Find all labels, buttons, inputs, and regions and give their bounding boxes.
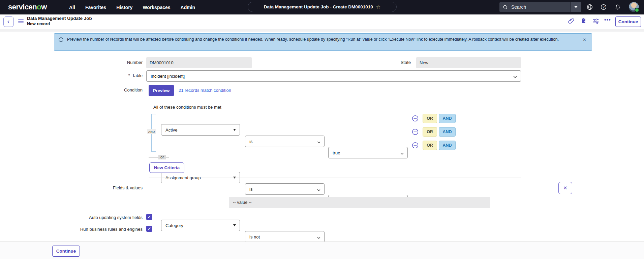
or-button[interactable]: OR (423, 127, 437, 137)
search-icon (499, 5, 511, 10)
condition-group-header: All of these conditions must be met (153, 105, 221, 110)
mandatory-asterisk-icon: * (128, 73, 130, 78)
condition-operator-select[interactable]: is not (245, 231, 325, 243)
divider (149, 178, 521, 178)
divider (149, 100, 521, 100)
table-label: *Table (34, 73, 143, 78)
remove-condition-icon[interactable] (412, 115, 419, 123)
logo-green-o: o (37, 3, 41, 11)
chevron-down-icon (317, 235, 320, 240)
run-business-rules-checkbox[interactable] (146, 226, 152, 232)
state-label: State (371, 60, 411, 65)
records-match-link[interactable]: 21 records match condition (179, 88, 231, 93)
chevron-down-icon (400, 151, 404, 156)
context-menu-icon[interactable] (18, 19, 24, 25)
or-divider-badge: or (158, 155, 166, 159)
condition-label: Condition (34, 87, 143, 92)
delete-field-row-button[interactable]: ✕ (558, 182, 572, 194)
dropdown-triangle-icon (233, 129, 236, 132)
banner-text: Preview the number of records that will … (67, 37, 559, 42)
servicenow-logo[interactable]: servicenow (8, 3, 47, 11)
nav-item-workspaces[interactable]: Workspaces (143, 5, 170, 10)
remove-condition-icon[interactable] (412, 128, 419, 137)
chevron-down-icon (317, 187, 320, 192)
condition-operator-select[interactable]: is (245, 136, 325, 147)
dropdown-triangle-icon (233, 224, 236, 228)
user-avatar[interactable] (629, 2, 639, 12)
run-business-rules-label: Run business rules and engines (34, 227, 143, 232)
number-label: Number (34, 60, 143, 65)
and-button[interactable]: AND (439, 127, 456, 137)
condition-field-select[interactable]: Category (161, 220, 240, 231)
dropdown-triangle-icon (233, 177, 236, 180)
chevron-down-icon (574, 6, 578, 10)
preview-button[interactable]: Preview (149, 85, 174, 96)
continue-button-footer[interactable]: Continue (52, 246, 80, 257)
attachment-paperclip-icon[interactable] (568, 17, 575, 26)
search-scope-caret[interactable] (570, 2, 581, 12)
personalize-sliders-icon[interactable] (592, 18, 599, 26)
auto-updating-checkbox[interactable] (146, 214, 152, 220)
condition-value-select[interactable]: true (328, 147, 408, 158)
presence-status-dot (635, 8, 639, 12)
condition-bracket-stub-bottom (151, 151, 156, 152)
nav-item-admin[interactable]: Admin (181, 5, 195, 10)
info-icon (58, 37, 64, 44)
back-button[interactable] (3, 16, 14, 27)
new-criteria-button[interactable]: New Criteria (149, 162, 184, 173)
record-header-toolbar (0, 14, 644, 29)
page-subtitle: New record (27, 21, 92, 27)
favorite-star-icon[interactable]: ☆ (376, 4, 380, 10)
help-icon[interactable]: ? (600, 4, 607, 10)
form-footer (0, 242, 644, 259)
current-record-pill[interactable]: Data Management Update Job - Create DM00… (248, 2, 397, 12)
continue-button-header[interactable]: Continue (615, 16, 641, 27)
nav-item-all[interactable]: All (69, 5, 75, 10)
more-actions-icon[interactable]: ••• (604, 17, 611, 23)
value-placeholder-field: -- value -- (229, 197, 490, 208)
condition-bracket-stub-top (151, 114, 156, 114)
info-banner: Preview the number of records that will … (54, 33, 592, 51)
nav-item-history[interactable]: History (116, 5, 132, 10)
top-nav: servicenow All Favorites History Workspa… (0, 0, 644, 14)
table-select[interactable]: Incident [incident] (146, 70, 521, 82)
or-button[interactable]: OR (423, 114, 437, 123)
notifications-bell-icon[interactable] (614, 4, 621, 10)
condition-joiner-badge: AND (147, 129, 156, 134)
templates-clipboard-icon[interactable] (580, 17, 587, 26)
globe-icon[interactable] (586, 4, 593, 10)
condition-operator-select[interactable]: is (245, 183, 325, 195)
remove-condition-icon[interactable] (412, 142, 419, 150)
nav-menu: All Favorites History Workspaces Admin (69, 0, 195, 14)
auto-updating-label: Auto updating system fields (34, 215, 143, 220)
nav-item-favorites[interactable]: Favorites (85, 5, 106, 10)
or-button[interactable]: OR (423, 141, 437, 150)
and-button[interactable]: AND (439, 141, 456, 150)
chevron-left-icon (6, 20, 11, 24)
fields-values-label: Fields & values (34, 185, 143, 190)
pill-title: Data Management Update Job - Create DM00… (264, 4, 373, 9)
state-field[interactable]: New (416, 57, 521, 68)
chevron-down-icon (317, 139, 320, 144)
search-input[interactable] (511, 4, 570, 10)
svg-text:?: ? (603, 5, 605, 9)
page-title: Data Management Update Job (27, 15, 92, 21)
record-title-block: Data Management Update Job New record (27, 15, 92, 27)
global-search[interactable] (499, 2, 581, 12)
chevron-down-icon (513, 74, 517, 79)
banner-close-icon[interactable]: ✕ (583, 37, 586, 43)
condition-field-select[interactable]: Active (161, 124, 240, 136)
and-button[interactable]: AND (439, 114, 456, 123)
number-field[interactable]: DM0001010 (146, 57, 252, 68)
header-divider-band (0, 29, 644, 32)
